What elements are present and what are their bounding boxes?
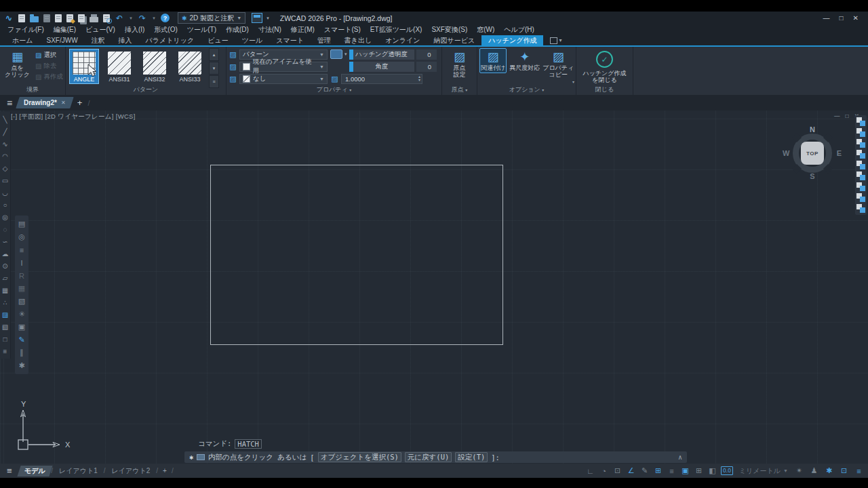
compass-west[interactable]: W: [783, 149, 789, 157]
transparency-value[interactable]: 0: [416, 49, 437, 60]
chevron-down-icon[interactable]: ▾: [267, 16, 269, 21]
gradient-icon[interactable]: ▧: [1, 321, 9, 333]
revision-cloud-icon[interactable]: ☁: [1, 247, 9, 260]
ribbon-tab[interactable]: ビュー: [201, 35, 235, 45]
send-under-icon[interactable]: [856, 150, 865, 159]
menu-item[interactable]: ファイル(F): [3, 24, 49, 35]
tab-model[interactable]: モデル: [17, 466, 52, 476]
new-file-icon[interactable]: [18, 14, 25, 22]
menu-item[interactable]: ET拡張ツール(X): [366, 24, 427, 35]
tab-layout1[interactable]: レイアウト1: [54, 466, 103, 476]
line-icon[interactable]: ╲: [1, 113, 9, 125]
chevron-down-icon[interactable]: ▾: [465, 88, 467, 92]
table-icon[interactable]: ▦: [1, 284, 9, 296]
polyline-icon[interactable]: ╱: [1, 125, 9, 138]
menu-item[interactable]: SXF変換(S): [427, 24, 472, 35]
menu-item[interactable]: スマート(S): [319, 24, 366, 35]
background-color-dropdown[interactable]: なし▼: [239, 74, 328, 84]
maximize-button[interactable]: □: [840, 15, 844, 22]
text-to-front-icon[interactable]: [856, 161, 865, 169]
ANSI33[interactable]: ANSI33: [175, 49, 205, 84]
polygon-icon[interactable]: ◇: [1, 162, 9, 174]
associative-button[interactable]: ▨ 関連付け: [479, 48, 507, 73]
ribbon-tab[interactable]: オンライン: [378, 35, 427, 45]
remove-button[interactable]: ▨除去: [35, 62, 63, 70]
hatch-icon[interactable]: ▨: [1, 308, 9, 321]
osnap-icon[interactable]: ⊡: [612, 466, 623, 476]
command-line[interactable]: ✱ 内部の点をクリック あるいは [ オブジェクトを選択(S) 元に戻す(U) …: [184, 451, 687, 463]
ucs-toggle-icon[interactable]: ◧: [707, 466, 717, 476]
undo-icon[interactable]: ↶: [115, 14, 124, 23]
add-layout-button[interactable]: +: [159, 467, 171, 474]
bring-to-front-icon[interactable]: [856, 117, 865, 126]
help-icon[interactable]: ?: [161, 14, 170, 22]
bring-above-icon[interactable]: [856, 139, 865, 148]
menu-item[interactable]: 形式(O): [149, 24, 182, 35]
menu-item[interactable]: 編集(E): [49, 24, 81, 35]
ribbon-tab[interactable]: 納図サービス: [427, 35, 482, 45]
chevron-down-icon[interactable]: ▾: [542, 88, 544, 92]
compass-south[interactable]: S: [810, 172, 814, 180]
menu-item[interactable]: ヘルプ(H): [499, 24, 539, 35]
restore-view-button[interactable]: □: [846, 113, 849, 119]
ribbon-tab[interactable]: SXF/JWW: [39, 35, 84, 45]
scroll-down-icon[interactable]: ▾: [209, 62, 219, 75]
layer-icon[interactable]: [330, 49, 342, 59]
preview-icon[interactable]: [103, 14, 110, 22]
menu-item[interactable]: 作成(D): [221, 24, 254, 35]
circle-icon[interactable]: ○: [1, 199, 9, 211]
image-preview-icon[interactable]: ▣: [680, 466, 690, 476]
caret-down-icon[interactable]: ▾: [129, 14, 133, 23]
settings-tool-icon[interactable]: ✱: [16, 359, 27, 372]
workspace-selector[interactable]: ✱ 2D 製図と注釈 ▼: [178, 12, 245, 24]
arc-icon[interactable]: ◠: [1, 150, 9, 162]
region-icon[interactable]: □: [1, 333, 9, 345]
option-undo[interactable]: 元に戻す(U): [405, 452, 452, 462]
zoom-tool-icon[interactable]: ◎: [16, 230, 27, 243]
view-cube[interactable]: N S W E TOP: [789, 130, 835, 176]
polar-snap-icon[interactable]: ∠: [626, 466, 636, 476]
minimize-button[interactable]: —: [823, 15, 830, 22]
close-button[interactable]: ✕: [853, 15, 859, 22]
mtext-icon[interactable]: ≡: [1, 345, 9, 357]
app-logo-icon[interactable]: ∿: [4, 14, 14, 23]
tab-layout2[interactable]: レイアウト2: [106, 466, 156, 476]
redo-icon[interactable]: ↷: [138, 14, 147, 23]
hatch-to-back-icon[interactable]: [856, 171, 865, 180]
annotative-button[interactable]: ✦ 異尺度対応: [508, 48, 541, 73]
block-insert-icon[interactable]: ▱: [1, 272, 9, 284]
ribbon-tab[interactable]: スマート: [269, 35, 311, 45]
ribbon-tab[interactable]: 管理: [311, 35, 338, 45]
edit-tool-icon[interactable]: ✎: [16, 333, 27, 346]
polar-tracking-icon[interactable]: ◔: [599, 466, 609, 476]
layers-tool-icon[interactable]: ≡: [16, 243, 27, 256]
leaders-to-front-icon[interactable]: [856, 193, 865, 202]
layout-menu-icon[interactable]: ≡: [7, 466, 12, 476]
match-properties-button[interactable]: ▨ プロパティコピー ▾: [542, 48, 574, 80]
ribbon-tab[interactable]: ホーム: [5, 35, 39, 45]
settings-gear-icon[interactable]: ✱: [824, 466, 834, 476]
menu-item[interactable]: ビュー(V): [81, 24, 120, 35]
ANSI31[interactable]: ANSI31: [104, 49, 134, 84]
compass-north[interactable]: N: [810, 125, 815, 134]
ellipse-arc-icon[interactable]: ∽: [1, 235, 9, 247]
print-icon[interactable]: [90, 17, 98, 22]
dims-to-front-icon[interactable]: [856, 182, 865, 191]
option-select-objects[interactable]: オブジェクトを選択(S): [318, 452, 401, 462]
minimize-view-button[interactable]: —: [834, 113, 840, 119]
option-settings[interactable]: 設定(T): [455, 452, 488, 462]
ANSI32[interactable]: ANSI32: [140, 49, 170, 84]
donut-icon[interactable]: ◎: [1, 211, 9, 223]
statusbar-menu-icon[interactable]: ≡: [854, 466, 864, 476]
close-tab-icon[interactable]: ✕: [61, 100, 66, 106]
rectangle-icon[interactable]: ▭: [1, 174, 9, 186]
send-to-back-icon[interactable]: [856, 128, 865, 137]
ribbon-tab[interactable]: 挿入: [112, 35, 139, 45]
compass-east[interactable]: E: [837, 149, 842, 157]
viewport-controls[interactable]: [-] [平面図] [2D ワイヤーフレーム] [WCS]: [11, 113, 136, 121]
fullscreen-icon[interactable]: ⊡: [839, 466, 849, 476]
open-folder-icon[interactable]: [30, 16, 39, 22]
window-tool-icon[interactable]: ▣: [16, 321, 27, 333]
spline-icon[interactable]: ∿: [1, 138, 9, 150]
ribbon-tab[interactable]: 書き出し: [338, 35, 378, 45]
